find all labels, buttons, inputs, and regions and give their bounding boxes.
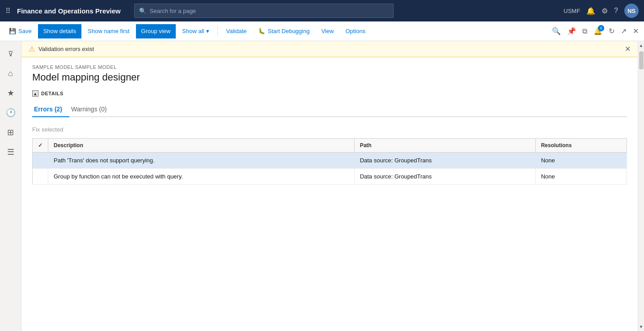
app-title: Finance and Operations Preview [17, 7, 121, 15]
search-input[interactable] [150, 8, 389, 14]
details-header[interactable]: ▲ DETAILS [32, 90, 627, 97]
show-all-button[interactable]: Show all ▾ [177, 24, 215, 38]
row-check [33, 153, 48, 169]
refresh-icon[interactable]: ↻ [607, 25, 616, 37]
workspace-icon[interactable]: ⊞ [2, 123, 20, 141]
table-row[interactable]: Path 'Trans' does not support querying. … [33, 153, 627, 169]
notification-icon[interactable]: 🔔 [586, 7, 595, 15]
col-path: Path [354, 139, 535, 153]
save-button[interactable]: 💾 Save [4, 24, 37, 38]
top-navbar: ⠿ Finance and Operations Preview 🔍 USMF … [0, 0, 644, 21]
search-icon: 🔍 [139, 8, 146, 14]
table-row[interactable]: Group by function can not be executed wi… [33, 169, 627, 185]
row-check [33, 169, 48, 185]
expand-icon[interactable]: ⧉ [580, 25, 589, 37]
details-toggle[interactable]: ▲ [32, 90, 38, 97]
search-toolbar-button[interactable]: 🔍 [550, 25, 563, 37]
start-debugging-button[interactable]: 🐛 Start Debugging [253, 24, 315, 38]
details-section: ▲ DETAILS Errors (2) Warnings (0) [32, 90, 627, 185]
right-scrollbar: ▲ ▼ [638, 41, 644, 331]
view-button[interactable]: View [316, 24, 339, 38]
row-path: Data source: GroupedTrans [354, 153, 535, 169]
scroll-thumb[interactable] [639, 51, 644, 69]
col-description: Description [48, 139, 355, 153]
home-icon[interactable]: ⌂ [2, 64, 20, 82]
toolbar-right: 🔍 📌 ⧉ 🔔 0 ↻ ↗ ✕ [550, 25, 640, 37]
grid-icon[interactable]: ⠿ [5, 7, 11, 15]
main-layout: ⊽ ⌂ ★ 🕐 ⊞ ☰ ⚠ Validation errors exist ✕ … [0, 41, 644, 331]
row-description: Path 'Trans' does not support querying. [48, 153, 355, 169]
close-banner-button[interactable]: ✕ [625, 45, 631, 53]
row-resolutions: None [535, 153, 627, 169]
col-check: ✓ [33, 139, 48, 153]
col-resolutions: Resolutions [535, 139, 627, 153]
row-resolutions: None [535, 169, 627, 185]
list-icon[interactable]: ☰ [2, 143, 20, 161]
validation-banner: ⚠ Validation errors exist ✕ [21, 41, 638, 57]
search-bar[interactable]: 🔍 [134, 4, 394, 18]
recent-icon[interactable]: 🕐 [2, 104, 20, 122]
toolbar-separator [217, 26, 218, 37]
settings-icon[interactable]: ⚙ [602, 7, 608, 15]
help-icon[interactable]: ? [614, 7, 618, 15]
scroll-up-arrow[interactable]: ▲ [637, 41, 644, 50]
tab-warnings[interactable]: Warnings (0) [69, 102, 114, 117]
warning-icon: ⚠ [29, 45, 35, 53]
show-name-first-button[interactable]: Show name first [82, 24, 135, 38]
debug-icon: 🐛 [258, 28, 265, 34]
pin-icon[interactable]: 📌 [565, 25, 578, 37]
env-label: USMF [564, 8, 580, 14]
save-icon: 💾 [9, 28, 16, 34]
group-view-button[interactable]: Group view [136, 24, 176, 38]
content-area: SAMPLE MODEL SAMPLE MODEL Model mapping … [21, 57, 638, 331]
details-label: DETAILS [41, 91, 64, 96]
breadcrumb: SAMPLE MODEL SAMPLE MODEL [32, 64, 627, 70]
page-title: Model mapping designer [32, 72, 627, 83]
tab-errors[interactable]: Errors (2) [32, 102, 69, 117]
scroll-down-arrow[interactable]: ▼ [637, 323, 644, 331]
popout-icon[interactable]: ↗ [619, 25, 628, 37]
show-details-button[interactable]: Show details [38, 24, 82, 38]
row-description: Group by function can not be executed wi… [48, 169, 355, 185]
top-nav-right: USMF 🔔 ⚙ ? NS [564, 4, 639, 18]
filter-icon[interactable]: ⊽ [2, 45, 20, 63]
validate-button[interactable]: Validate [220, 24, 252, 38]
left-sidebar: ⊽ ⌂ ★ 🕐 ⊞ ☰ [0, 41, 21, 331]
toolbar: 💾 Save Show details Show name first Grou… [0, 21, 644, 41]
options-button[interactable]: Options [340, 24, 371, 38]
chevron-down-icon: ▾ [206, 28, 209, 34]
validation-message: Validation errors exist [38, 46, 94, 52]
error-table: ✓ Description Path Resolutions Path 'Tra… [32, 138, 627, 185]
avatar[interactable]: NS [624, 4, 639, 18]
row-path: Data source: GroupedTrans [354, 169, 535, 185]
favorites-icon[interactable]: ★ [2, 84, 20, 102]
fix-selected-button[interactable]: Fix selected [32, 123, 627, 138]
notification-badge-button[interactable]: 🔔 0 [592, 25, 604, 37]
close-icon[interactable]: ✕ [631, 25, 640, 37]
tabs-bar: Errors (2) Warnings (0) [32, 102, 627, 117]
